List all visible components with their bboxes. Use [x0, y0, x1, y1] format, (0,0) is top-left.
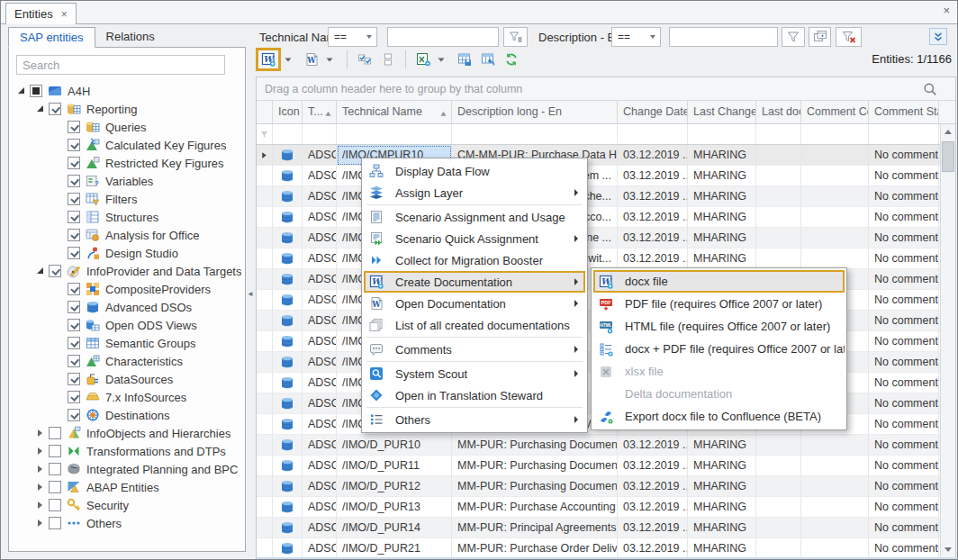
cell-change-date[interactable]: 03.12.2019 ... [618, 145, 688, 166]
cell-technical-name[interactable]: /IMO/D_PUR14 [337, 518, 452, 538]
scroll-up-button[interactable] [941, 124, 955, 140]
cell-comment-count[interactable] [801, 476, 869, 497]
cell-comment-status[interactable]: No comment [869, 518, 939, 538]
tree-checkbox[interactable] [68, 247, 80, 259]
tree-checkbox[interactable] [49, 445, 61, 457]
cell-type[interactable]: ADSO [303, 518, 337, 538]
cell-comment-count[interactable] [801, 518, 869, 538]
cell-last-changed-by[interactable]: MHARING [688, 497, 756, 518]
cell-type[interactable]: ADSO [303, 538, 337, 558]
deselect-all-button[interactable] [376, 48, 400, 71]
tree-item-destinations[interactable]: Destinations [9, 406, 245, 424]
tree-expander-icon[interactable] [35, 464, 46, 474]
cell-entity-icon[interactable] [273, 352, 303, 373]
cell-change-date[interactable]: 03.12.2019 ... [618, 248, 688, 269]
cell-comment-status[interactable]: No comment [869, 476, 939, 497]
description-filter-input[interactable] [669, 27, 778, 47]
cell-last-doc[interactable] [756, 207, 801, 228]
cell-entity-icon[interactable] [273, 456, 303, 476]
menu-item-docx-file[interactable]: Wdocx file [593, 270, 845, 293]
tree-item-7-x-infosources[interactable]: 7.x InfoSources [9, 388, 245, 406]
cell-comment-count[interactable] [801, 145, 869, 166]
create-docx-dropdown[interactable] [282, 49, 294, 70]
tree-checkbox[interactable] [49, 499, 61, 511]
cell-comment-status[interactable]: No comment [869, 373, 939, 393]
cell-last-changed-by[interactable]: MHARING [688, 166, 756, 186]
cell-comment-status[interactable]: No comment [869, 435, 939, 456]
cell-type[interactable]: ADSO [303, 269, 337, 290]
tree-item-security[interactable]: Security [9, 496, 245, 514]
filter-row-funnel-icon[interactable] [257, 124, 273, 144]
filter-cell[interactable] [756, 124, 801, 144]
tree-checkbox[interactable] [68, 301, 80, 313]
cell-type[interactable]: ADSO [303, 228, 337, 248]
tree-checkbox[interactable] [68, 355, 80, 367]
tree-item-reporting[interactable]: Reporting [9, 100, 245, 118]
cell-comment-status[interactable]: No comment [869, 538, 939, 558]
filter-cell[interactable] [869, 124, 939, 144]
cell-last-changed-by[interactable]: MHARING [688, 186, 756, 207]
tree-checkbox[interactable] [68, 121, 80, 133]
filter-dialog-button[interactable] [809, 27, 831, 47]
tree-expander-icon[interactable] [35, 518, 46, 528]
cell-entity-icon[interactable] [273, 331, 303, 352]
cell-entity-icon[interactable] [273, 207, 303, 228]
menu-item-create-documentation[interactable]: WCreate Documentation [364, 271, 585, 293]
tree-expander-icon[interactable] [16, 86, 27, 96]
cell-comment-status[interactable]: No comment [869, 352, 939, 373]
cell-type[interactable]: ADSO [303, 435, 337, 456]
cell-entity-icon[interactable] [273, 414, 303, 435]
tree-checkbox[interactable] [68, 319, 80, 331]
tree-checkbox[interactable] [68, 229, 80, 241]
cell-type[interactable]: ADSO [303, 166, 337, 186]
cell-comment-count[interactable] [801, 228, 869, 248]
tree-expander-icon[interactable] [35, 446, 46, 456]
cell-type[interactable]: ADSO [303, 476, 337, 497]
open-doc-dropdown[interactable] [323, 49, 336, 70]
cell-technical-name[interactable]: /IMO/D_PUR12 [337, 476, 452, 497]
tree-item-open-ods-views[interactable]: Open ODS Views [9, 316, 245, 334]
cell-change-date[interactable]: 03.12.2019 ... [618, 497, 688, 518]
excel-export-button[interactable] [411, 48, 435, 71]
menu-item-system-scout[interactable]: System Scout [364, 363, 585, 384]
cell-last-changed-by[interactable]: MHARING [688, 207, 756, 228]
tree-item-restricted-key-figures[interactable]: Restricted Key Figures [9, 154, 245, 172]
filter-cell[interactable] [337, 124, 452, 144]
select-all-button[interactable] [353, 48, 376, 71]
menu-item-others[interactable]: Others [364, 409, 585, 430]
cell-last-changed-by[interactable]: MHARING [688, 145, 756, 166]
tree-expander-icon[interactable] [35, 104, 46, 114]
tree-checkbox[interactable] [68, 373, 80, 385]
column-header-icon[interactable]: Icon [273, 101, 303, 123]
cell-change-date[interactable]: 03.12.2019 ... [618, 186, 688, 207]
restore-layout-button[interactable] [476, 48, 500, 71]
tree-checkbox[interactable] [68, 193, 80, 205]
table-row[interactable]: ADSO/IMO/D_PUR21MM-PUR: Purchase Order D… [257, 538, 955, 558]
cell-change-date[interactable]: 03.12.2019 ... [618, 166, 688, 186]
table-row[interactable]: ADSO/IMO/D_PUR12MM-PUR: Purchasing Docum… [257, 476, 955, 497]
cell-entity-icon[interactable] [273, 393, 303, 414]
tree-item-infoobjects-and-hierarchies[interactable]: InfoObjects and Hierarchies [9, 424, 245, 442]
cell-type[interactable]: ADSO [303, 456, 337, 476]
cell-entity-icon[interactable] [273, 311, 303, 331]
cell-entity-icon[interactable] [273, 373, 303, 393]
cell-change-date[interactable]: 03.12.2019 ... [618, 456, 688, 476]
tree-item-filters[interactable]: Filters [9, 190, 245, 208]
cell-description[interactable]: MM-PUR: Principal Agreements [452, 518, 618, 538]
column-header-technical-name[interactable]: Technical Name [337, 101, 452, 123]
cell-comment-count[interactable] [801, 166, 869, 186]
cell-last-doc[interactable] [756, 186, 801, 207]
column-header-last-doc-[interactable]: Last doc. [756, 101, 801, 123]
vertical-scrollbar[interactable] [940, 124, 955, 557]
cell-description[interactable]: MM-PUR: Purchasing Document Sc... [452, 476, 618, 497]
cell-technical-name[interactable]: /IMO/D_PUR11 [337, 456, 452, 476]
open-doc-button[interactable]: W [300, 48, 323, 71]
table-row[interactable]: ADSO/IMO/D_PUR10MM-PUR: Purchasing Docum… [257, 435, 955, 456]
tree-checkbox[interactable] [68, 175, 80, 187]
tree-item-infoprovider-and-data-targets[interactable]: InfoProvider and Data Targets [9, 262, 245, 280]
cell-entity-icon[interactable] [273, 269, 303, 290]
cell-type[interactable]: ADSO [303, 290, 337, 311]
cell-change-date[interactable]: 03.12.2019 ... [618, 538, 688, 558]
tree-checkbox[interactable] [49, 265, 61, 277]
cell-last-doc[interactable] [756, 497, 801, 518]
